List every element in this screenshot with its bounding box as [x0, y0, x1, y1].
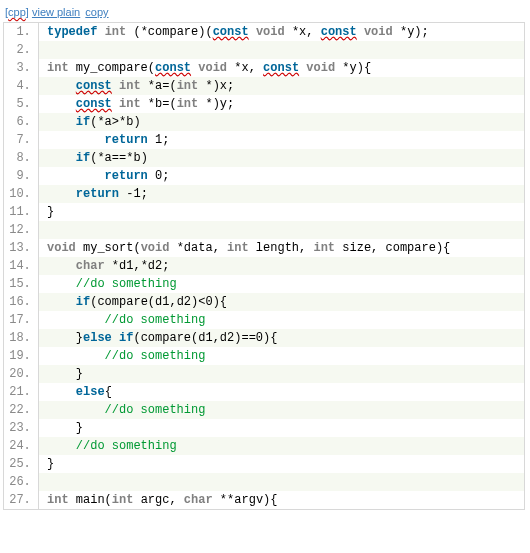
code-line: char *d1,*d2;: [38, 257, 524, 275]
lang-label: [cpp]: [5, 6, 29, 18]
code-line: }: [38, 455, 524, 473]
code-line: if(*a==*b): [38, 149, 524, 167]
view-plain-link[interactable]: view plain: [32, 6, 80, 18]
code-block: typedef int (*compare)(const void *x, co…: [3, 22, 525, 510]
code-line: void my_sort(void *data, int length, int…: [38, 239, 524, 257]
code-line: //do something: [38, 311, 524, 329]
code-line: int main(int argc, char **argv){: [38, 491, 524, 509]
copy-link[interactable]: copy: [85, 6, 108, 18]
code-list: typedef int (*compare)(const void *x, co…: [4, 23, 524, 509]
code-line: const int *a=(int *)x;: [38, 77, 524, 95]
code-line: }else if(compare(d1,d2)==0){: [38, 329, 524, 347]
code-line: [38, 221, 524, 239]
code-line: [38, 473, 524, 491]
code-line: //do something: [38, 401, 524, 419]
code-line: if(compare(d1,d2)<0){: [38, 293, 524, 311]
code-line: return 0;: [38, 167, 524, 185]
code-line: if(*a>*b): [38, 113, 524, 131]
toolbar: [cpp] view plain copy: [3, 4, 527, 22]
code-line: typedef int (*compare)(const void *x, co…: [38, 23, 524, 41]
code-line: const int *b=(int *)y;: [38, 95, 524, 113]
code-line: }: [38, 365, 524, 383]
code-line: return -1;: [38, 185, 524, 203]
lang-text: cpp: [8, 6, 26, 18]
code-line: //do something: [38, 437, 524, 455]
code-line: else{: [38, 383, 524, 401]
code-line: int my_compare(const void *x, const void…: [38, 59, 524, 77]
code-line: //do something: [38, 275, 524, 293]
code-line: //do something: [38, 347, 524, 365]
code-line: }: [38, 203, 524, 221]
code-line: return 1;: [38, 131, 524, 149]
code-line: }: [38, 419, 524, 437]
code-viewer: [cpp] view plain copy typedef int (*comp…: [0, 0, 530, 510]
code-line: [38, 41, 524, 59]
